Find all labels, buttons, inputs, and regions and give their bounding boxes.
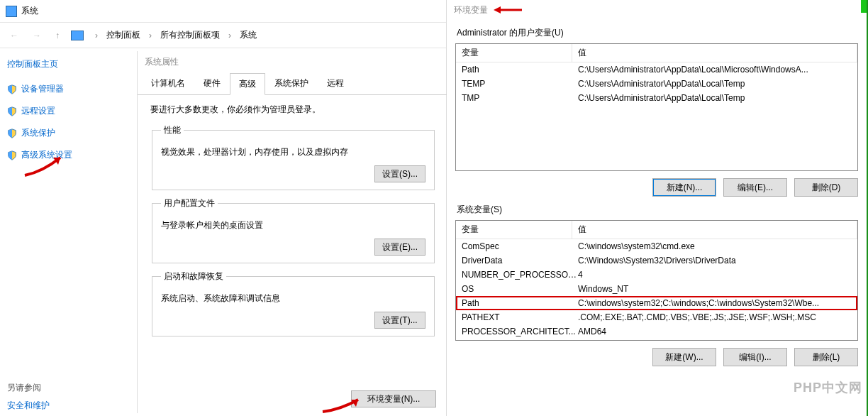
tab-remote[interactable]: 远程 — [318, 72, 353, 94]
user-variables-list[interactable]: 变量 值 PathC:\Users\Administrator\AppData\… — [455, 43, 858, 171]
delete-user-var-button[interactable]: 删除(D) — [794, 178, 858, 197]
new-sys-var-button[interactable]: 新建(W)... — [652, 348, 716, 366]
var-name: NUMBER_OF_PROCESSORS — [462, 270, 578, 280]
var-value: C:\Users\Administrator\AppData\Local\Tem… — [578, 93, 852, 103]
var-value: C:\Windows\System32\Drivers\DriverData — [578, 256, 852, 266]
environment-variables-dialog: 环境变量 Administrator 的用户变量(U) 变量 值 PathC:\… — [447, 0, 868, 416]
startup-desc: 系统启动、系统故障和调试信息 — [161, 292, 425, 305]
shield-icon — [7, 84, 17, 94]
breadcrumb-item[interactable]: 控制面板 — [106, 29, 140, 41]
header-variable[interactable]: 变量 — [456, 44, 572, 62]
var-name: Path — [462, 65, 578, 75]
navbar: ← → ↑ › 控制面板 › 所有控制面板项 › 系统 — [0, 23, 446, 48]
edit-user-var-button[interactable]: 编辑(E)... — [723, 178, 787, 197]
system-icon — [6, 6, 17, 17]
dialog-body: 要进行大多数更改，你必须作为管理员登录。 性能 视觉效果，处理器计划，内存使用，… — [138, 95, 449, 352]
tabstrip: 计算机名 硬件 高级 系统保护 远程 — [138, 72, 449, 95]
breadcrumb-icon — [71, 31, 84, 40]
edit-sys-var-button[interactable]: 编辑(I)... — [723, 348, 787, 366]
list-row[interactable]: ComSpecC:\windows\system32\cmd.exe — [456, 239, 857, 253]
performance-desc: 视觉效果，处理器计划，内存使用，以及虚拟内存 — [161, 146, 425, 158]
system-variables-list[interactable]: 变量 值 ComSpecC:\windows\system32\cmd.exe … — [455, 220, 858, 341]
tab-hardware[interactable]: 硬件 — [194, 72, 230, 94]
chevron-right-icon: › — [149, 31, 152, 40]
watermark: PHP中文网 — [794, 379, 862, 396]
sidenav-item-remote-settings[interactable]: 远程设置 — [7, 105, 121, 117]
var-name: PATHEXT — [462, 312, 578, 322]
sidenav-footer: 另请参阅 安全和维护 — [7, 382, 50, 412]
list-row[interactable]: DriverDataC:\Windows\System32\Drivers\Dr… — [456, 253, 857, 268]
list-row-path[interactable]: PathC:\windows\system32;C:\windows;C:\wi… — [456, 296, 857, 310]
var-value: C:\Users\Administrator\AppData\Local\Tem… — [578, 79, 852, 89]
header-variable[interactable]: 变量 — [456, 221, 572, 239]
user-profile-legend: 用户配置文件 — [161, 197, 218, 209]
startup-group: 启动和故障恢复 系统启动、系统故障和调试信息 设置(T)... — [152, 270, 435, 336]
dialog-title: 系统属性 — [138, 51, 449, 72]
sidenav: 控制面板主页 设备管理器 远程设置 系统保护 高级系统设置 另请参阅 安全和维护 — [0, 48, 128, 416]
see-also-link[interactable]: 安全和维护 — [7, 400, 50, 412]
tab-computer-name[interactable]: 计算机名 — [142, 72, 194, 94]
list-row[interactable]: NUMBER_OF_PROCESSORS4 — [456, 268, 857, 282]
nav-forward-button[interactable]: → — [30, 29, 44, 42]
var-value: C:\windows\system32\cmd.exe — [578, 241, 852, 251]
annotation-arrow-icon — [494, 5, 522, 15]
sidenav-item-system-protection[interactable]: 系统保护 — [7, 127, 121, 139]
control-panel-home-link[interactable]: 控制面板主页 — [7, 58, 121, 70]
var-name: TMP — [462, 93, 578, 103]
var-name: TEMP — [462, 79, 578, 89]
tab-protection[interactable]: 系统保护 — [265, 72, 318, 94]
chevron-right-icon: › — [228, 31, 231, 40]
performance-group: 性能 视觉效果，处理器计划，内存使用，以及虚拟内存 设置(S)... — [152, 124, 435, 190]
admin-note: 要进行大多数更改，你必须作为管理员登录。 — [150, 104, 436, 116]
header-value[interactable]: 值 — [572, 44, 857, 62]
var-value: .COM;.EXE;.BAT;.CMD;.VBS;.VBE;.JS;.JSE;.… — [578, 312, 852, 322]
scroll-indicator — [861, 0, 867, 13]
var-value: AMD64 — [578, 327, 852, 336]
var-name: DriverData — [462, 256, 578, 266]
user-profile-group: 用户配置文件 与登录帐户相关的桌面设置 设置(E)... — [152, 197, 435, 263]
new-user-var-button[interactable]: 新建(N)... — [652, 178, 716, 197]
list-row[interactable]: PathC:\Users\Administrator\AppData\Local… — [456, 62, 857, 77]
system-variables-label: 系统变量(S) — [457, 204, 857, 216]
chevron-right-icon: › — [95, 31, 98, 40]
shield-icon — [7, 128, 17, 138]
var-value: C:\Users\Administrator\AppData\Local\Mic… — [578, 65, 852, 75]
breadcrumb-item[interactable]: 所有控制面板项 — [160, 29, 220, 41]
var-name: ComSpec — [462, 241, 578, 251]
performance-legend: 性能 — [161, 124, 184, 136]
list-row[interactable]: OSWindows_NT — [456, 282, 857, 296]
delete-sys-var-button[interactable]: 删除(L) — [794, 348, 858, 366]
user-variables-group: Administrator 的用户变量(U) 变量 值 PathC:\Users… — [455, 27, 858, 171]
var-value: 4 — [578, 270, 852, 280]
shield-icon — [7, 150, 17, 160]
shield-icon — [7, 106, 17, 116]
list-row[interactable]: PATHEXT.COM;.EXE;.BAT;.CMD;.VBS;.VBE;.JS… — [456, 310, 857, 324]
system-variables-group: 系统变量(S) 变量 值 ComSpecC:\windows\system32\… — [455, 204, 858, 341]
list-row[interactable]: TMPC:\Users\Administrator\AppData\Local\… — [456, 91, 857, 105]
user-profile-settings-button[interactable]: 设置(E)... — [374, 239, 425, 256]
var-value: Windows_NT — [578, 284, 852, 294]
sidenav-item-label: 设备管理器 — [21, 83, 64, 95]
env-dialog-title: 环境变量 — [447, 0, 867, 20]
performance-settings-button[interactable]: 设置(S)... — [374, 165, 425, 182]
sidenav-item-label: 远程设置 — [21, 105, 55, 117]
nav-back-button[interactable]: ← — [7, 29, 21, 42]
startup-settings-button[interactable]: 设置(T)... — [374, 312, 425, 329]
header-value[interactable]: 值 — [572, 221, 857, 239]
breadcrumb-item[interactable]: 系统 — [240, 29, 257, 41]
var-name: Path — [462, 298, 578, 308]
list-row[interactable]: PROCESSOR_ARCHITECT...AMD64 — [456, 324, 857, 339]
annotation-arrow-icon — [319, 394, 369, 415]
startup-legend: 启动和故障恢复 — [161, 270, 226, 283]
tab-advanced[interactable]: 高级 — [230, 73, 265, 95]
titlebar: 系统 — [0, 0, 446, 23]
nav-up-button[interactable]: ↑ — [52, 29, 62, 42]
user-buttons: 新建(N)... 编辑(E)... 删除(D) — [455, 178, 858, 197]
env-title-label: 环境变量 — [454, 4, 488, 16]
user-variables-label: Administrator 的用户变量(U) — [457, 27, 857, 39]
var-name: PROCESSOR_ARCHITECT... — [462, 327, 578, 336]
user-profile-desc: 与登录帐户相关的桌面设置 — [161, 219, 425, 231]
sidenav-item-label: 系统保护 — [21, 127, 55, 139]
sidenav-item-device-manager[interactable]: 设备管理器 — [7, 83, 121, 95]
list-row[interactable]: TEMPC:\Users\Administrator\AppData\Local… — [456, 77, 857, 91]
